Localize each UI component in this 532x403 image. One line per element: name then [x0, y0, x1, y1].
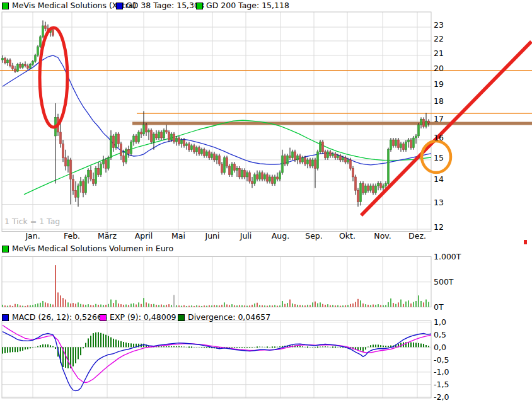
svg-text:Okt.: Okt.	[339, 231, 356, 241]
svg-text:Juli: Juli	[240, 231, 252, 241]
stock-chart-page: 232221201918171615141312Jan.Feb.MärzApri…	[0, 0, 532, 403]
volume-axis-labels: 1.000T500T0T	[434, 252, 461, 312]
macd-label: MACD (26, 12): 0,52666	[12, 313, 107, 322]
exp-swatch-icon	[100, 314, 107, 321]
svg-text:1 Tick = 1 Tag: 1 Tick = 1 Tag	[4, 217, 60, 226]
svg-text:23: 23	[434, 20, 444, 30]
svg-text:-1,0: -1,0	[434, 367, 449, 377]
svg-text:1.000T: 1.000T	[434, 252, 461, 261]
svg-text:Jan.: Jan.	[25, 231, 40, 241]
horizontal-level-lines	[0, 71, 532, 123]
gd38-swatch-icon	[116, 3, 123, 9]
macd-axis-labels: 1,00,50,0-0,5-1,0-1,5-2,0	[434, 317, 449, 402]
volume-title-label: MeVis Medical Solutions Volumen in Euro	[12, 244, 173, 253]
red-trendline-annotation	[361, 42, 531, 215]
svg-text:-2,0: -2,0	[434, 392, 449, 402]
macd-legend: MACD (26, 12): 0,52666	[2, 313, 107, 322]
svg-text:Aug.: Aug.	[272, 231, 289, 241]
svg-text:April: April	[135, 231, 153, 241]
svg-text:Sep.: Sep.	[305, 231, 323, 241]
svg-text:0,5: 0,5	[434, 330, 446, 339]
svg-text:19: 19	[434, 79, 444, 89]
svg-text:Mai: Mai	[171, 231, 185, 241]
svg-text:14: 14	[434, 174, 444, 184]
svg-text:16: 16	[434, 133, 444, 142]
svg-text:18: 18	[434, 96, 444, 106]
svg-text:13: 13	[434, 198, 444, 207]
divergence-swatch-icon	[178, 314, 185, 321]
svg-text:12: 12	[434, 222, 444, 232]
svg-text:-1,5: -1,5	[434, 380, 449, 389]
gd38-legend: GD 38 Tage: 15,308	[116, 1, 204, 10]
gd200-label: GD 200 Tage: 15,118	[206, 1, 289, 10]
gd200-swatch-icon	[196, 3, 203, 9]
volume-pane-grid	[2, 257, 431, 307]
volume-title: MeVis Medical Solutions Volumen in Euro	[2, 244, 173, 253]
svg-text:22: 22	[434, 34, 444, 43]
svg-text:Dez.: Dez.	[408, 231, 426, 241]
svg-text:21: 21	[434, 48, 444, 58]
svg-text:20: 20	[434, 64, 444, 73]
price-series-swatch-icon	[2, 3, 9, 9]
svg-text:15: 15	[434, 153, 444, 162]
svg-text:500T: 500T	[434, 277, 454, 287]
divergence-label: Divergence: 0,04657	[188, 313, 270, 322]
gd38-label: GD 38 Tage: 15,308	[126, 1, 204, 10]
volume-swatch-icon	[2, 246, 9, 253]
svg-text:Juni: Juni	[204, 231, 219, 241]
macd-pane-grid	[2, 321, 431, 399]
svg-text:-0,5: -0,5	[434, 355, 449, 365]
macd-swatch-icon	[2, 314, 9, 321]
red-corner-mark	[524, 240, 527, 244]
svg-text:Nov.: Nov.	[374, 231, 391, 241]
svg-text:Feb.: Feb.	[64, 231, 80, 241]
divergence-legend: Divergence: 0,04657	[178, 313, 270, 322]
price-axis-labels: 232221201918171615141312Jan.Feb.MärzApri…	[4, 20, 444, 241]
exp-label: EXP (9): 0,48009	[110, 313, 176, 322]
price-pane-grid	[2, 12, 431, 232]
svg-text:1,0: 1,0	[434, 317, 446, 327]
svg-text:0T: 0T	[434, 302, 444, 312]
chart-canvas: 232221201918171615141312Jan.Feb.MärzApri…	[0, 0, 532, 403]
volume-bars	[2, 265, 429, 307]
macd-line	[3, 332, 431, 391]
svg-text:0,0: 0,0	[434, 343, 446, 352]
red-ellipse-annotation	[40, 28, 67, 127]
exp-legend: EXP (9): 0,48009	[100, 313, 176, 322]
gd200-legend: GD 200 Tage: 15,118	[196, 1, 289, 10]
divergence-histogram	[2, 332, 429, 368]
svg-text:17: 17	[434, 114, 444, 123]
svg-text:März: März	[98, 231, 117, 241]
